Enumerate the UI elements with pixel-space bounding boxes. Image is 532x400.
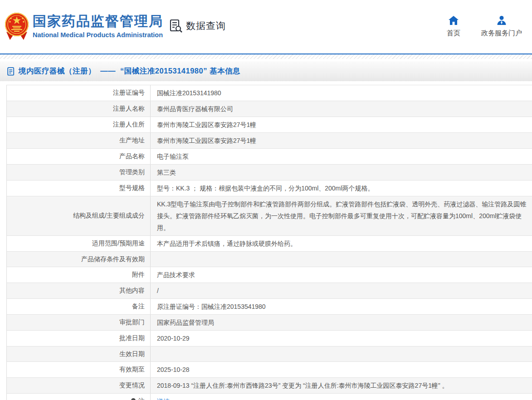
table-row: 生产地址泰州市海陵工业园区泰安路27号1幢 [7, 133, 532, 149]
table-row: 适用范围/预期用途本产品适用于术后镇痛，通过静脉或硬膜外给药。 [7, 236, 532, 252]
row-value: 泰州市海陵工业园区泰安路27号1幢 [151, 117, 532, 132]
row-value [151, 346, 532, 361]
person-icon [496, 15, 507, 25]
breadcrumb-dash: —— [100, 67, 116, 75]
doc-search-icon [169, 19, 183, 33]
table-row: 附件产品技术要求 [7, 267, 532, 283]
detail-link[interactable]: 详情 [157, 395, 170, 400]
org-name-en: National Medical Products Administration [33, 31, 163, 39]
data-query-label: 数据查询 [186, 20, 226, 32]
nav-item-gov-portal[interactable]: 政务服务门户 [481, 15, 522, 38]
breadcrumb-category: 境内医疗器械（注册） [19, 67, 96, 75]
row-label: 管理类别 [7, 165, 151, 180]
row-label: 注 [7, 394, 151, 400]
nav-item-home[interactable]: 首页 [447, 15, 460, 38]
table-row: 注册证编号国械注准20153141980 [7, 85, 532, 101]
row-label: 审批部门 [7, 315, 151, 330]
row-value: 产品技术要求 [151, 267, 532, 283]
row-label: 注册人住所 [7, 117, 151, 132]
home-icon [448, 15, 459, 25]
nav-home-label: 首页 [447, 29, 460, 38]
row-value: 第三类 [151, 165, 532, 180]
table-row: 注详情 [7, 394, 532, 400]
row-value: 泰州品青医疗器械有限公司 [151, 101, 532, 117]
org-name-cn: 国家药品监督管理局 [33, 14, 163, 29]
table-row: 生效日期 [7, 346, 532, 362]
row-label: 适用范围/预期用途 [7, 236, 151, 251]
top-nav: 首页 政务服务门户 [447, 15, 522, 38]
row-value: 2018-09-13 “注册人住所:泰州市西锋路23号” 变更为 “注册人住所:… [151, 378, 532, 393]
breadcrumb-text: 境内医疗器械（注册）——“国械注准20153141980” 基本信息 [19, 66, 240, 76]
row-value: 2025-10-28 [151, 362, 532, 377]
row-label: 生产地址 [7, 133, 151, 148]
table-row: 注册人名称泰州品青医疗器械有限公司 [7, 101, 532, 117]
nav-gov-portal-label: 政务服务门户 [481, 29, 522, 38]
row-label: 备注 [7, 299, 151, 314]
table-row: 产品名称电子输注泵 [7, 149, 532, 165]
document-icon [7, 67, 15, 76]
row-label: 产品名称 [7, 149, 151, 164]
national-emblem-logo[interactable] [5, 12, 29, 41]
row-label: 注册人名称 [7, 101, 151, 117]
table-row: 有效期至2025-10-28 [7, 362, 532, 378]
row-value: 泰州市海陵工业园区泰安路27号1幢 [151, 133, 532, 148]
row-value: 详情 [151, 394, 532, 400]
table-row: 产品储存条件及有效期 [7, 252, 532, 267]
table-row: 变更情况2018-09-13 “注册人住所:泰州市西锋路23号” 变更为 “注册… [7, 378, 532, 394]
lightbulb-icon [130, 398, 137, 400]
breadcrumb: 境内医疗器械（注册）——“国械注准20153141980” 基本信息 [0, 61, 532, 81]
row-label: 其他内容 [7, 283, 151, 298]
table-row: 批准日期2020-10-29 [7, 331, 532, 346]
table-row: 型号规格型号：KK.3 ； 规格：根据包装中液盒的不同，分为100ml、200m… [7, 180, 532, 196]
row-value: 国家药品监督管理局 [151, 315, 532, 330]
row-label: 型号规格 [7, 180, 151, 196]
data-query-button[interactable]: 数据查询 [169, 19, 226, 33]
table-row: 其他内容/ [7, 283, 532, 299]
table-row: 备注原注册证编号：国械注准20153541980 [7, 299, 532, 315]
table-row: 结构及组成/主要组成成分KK.3型电子输注泵由电子控制部件和贮液管路部件两部分组… [7, 196, 532, 236]
row-label: 有效期至 [7, 362, 151, 377]
row-label: 附件 [7, 267, 151, 283]
table-row: 管理类别第三类 [7, 165, 532, 180]
row-value: 2020-10-29 [151, 331, 532, 346]
row-label: 变更情况 [7, 378, 151, 393]
row-value: 本产品适用于术后镇痛，通过静脉或硬膜外给药。 [151, 236, 532, 251]
row-value: 原注册证编号：国械注准20153541980 [151, 299, 532, 314]
row-label: 生效日期 [7, 346, 151, 361]
row-value: / [151, 283, 532, 298]
table-row: 注册人住所泰州市海陵工业园区泰安路27号1幢 [7, 117, 532, 133]
brand-block[interactable]: 国家药品监督管理局 National Medical Products Admi… [33, 14, 163, 39]
page-header: 国家药品监督管理局 National Medical Products Admi… [0, 0, 532, 54]
row-value: 国械注准20153141980 [151, 85, 532, 101]
row-label: 结构及组成/主要组成成分 [7, 196, 151, 235]
table-row: 审批部门国家药品监督管理局 [7, 315, 532, 331]
row-label: 产品储存条件及有效期 [7, 252, 151, 267]
row-value [151, 252, 532, 267]
row-value: KK.3型电子输注泵由电子控制部件和贮液管路部件两部分组成。贮液管路部件包括贮液… [151, 196, 532, 235]
row-value: 型号：KK.3 ； 规格：根据包装中液盒的不同，分为100ml、200ml两个规… [151, 180, 532, 196]
info-table: 注册证编号国械注准20153141980注册人名称泰州品青医疗器械有限公司注册人… [6, 85, 532, 400]
row-value: 电子输注泵 [151, 149, 532, 164]
row-label: 注册证编号 [7, 85, 151, 101]
hatch-band [0, 54, 532, 59]
row-label: 批准日期 [7, 331, 151, 346]
page-title: “国械注准20153141980” 基本信息 [120, 67, 240, 75]
